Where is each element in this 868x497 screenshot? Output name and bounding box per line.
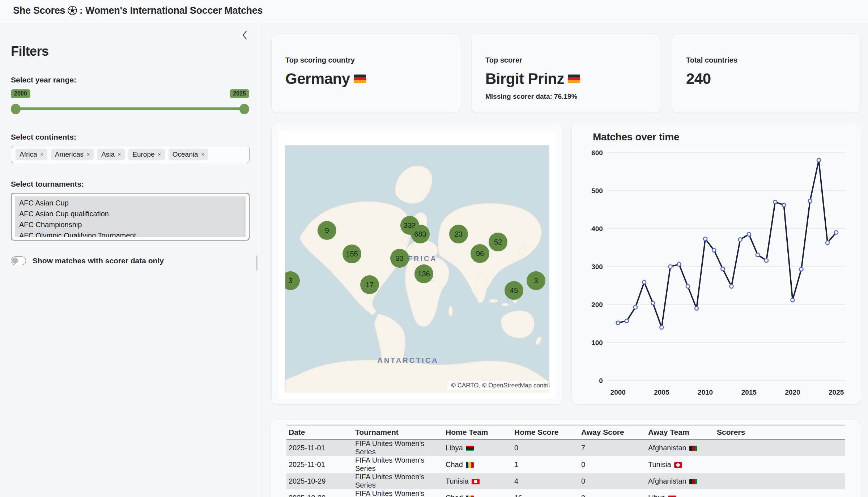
- year-min-badge: 2000: [11, 89, 30, 98]
- map-cluster-marker[interactable]: 3: [527, 271, 545, 290]
- stat-value: 240: [686, 70, 860, 88]
- filters-heading: Filters: [11, 44, 249, 59]
- chart-data-point[interactable]: [808, 199, 812, 203]
- main-content: Top scoring country Germany Top scorer B…: [261, 21, 868, 497]
- map-cluster-marker[interactable]: 96: [471, 244, 489, 263]
- chart-data-point[interactable]: [660, 326, 663, 329]
- chart-data-point[interactable]: [747, 233, 751, 236]
- chart-data-point[interactable]: [834, 230, 838, 234]
- table-cell: Tunisia: [646, 456, 715, 473]
- table-cell: 2025-11-01: [286, 439, 353, 456]
- stat-card-top-scoring-country: Top scoring country Germany: [271, 33, 460, 113]
- chart-data-point[interactable]: [616, 321, 620, 325]
- x-axis-tick-label: 2000: [610, 388, 626, 396]
- table-row: 2025-10-29FIFA Unites Women's SeriesChad…: [286, 489, 845, 497]
- map-cluster-marker[interactable]: 52: [489, 233, 507, 251]
- chart-data-point[interactable]: [782, 203, 786, 207]
- missing-scorer-note: Missing scorer data: 76.19%: [485, 93, 660, 101]
- matches-table: DateTournamentHome TeamHome ScoreAway Sc…: [286, 425, 845, 497]
- continent-pill-label: Africa: [20, 150, 37, 158]
- remove-icon[interactable]: ×: [201, 152, 204, 157]
- chart-data-point[interactable]: [669, 265, 672, 268]
- chart-data-point[interactable]: [756, 253, 760, 256]
- chart-data-point[interactable]: [625, 319, 629, 323]
- slider-track[interactable]: [14, 107, 246, 110]
- matches-line-chart[interactable]: 0100200300400500600200020052010201520202…: [572, 123, 860, 404]
- stat-value-text: Birgit Prinz: [485, 70, 564, 88]
- chart-data-point[interactable]: [817, 158, 821, 162]
- continents-multiselect[interactable]: Africa×Americas×Asia×Europe×Oceania×: [11, 146, 250, 163]
- year-range-label: Select year range:: [11, 76, 249, 84]
- continent-pill-asia[interactable]: Asia×: [97, 149, 125, 160]
- continent-pill-oceania[interactable]: Oceania×: [169, 149, 208, 160]
- chart-data-point[interactable]: [729, 285, 733, 288]
- map-cluster-marker[interactable]: 155: [342, 245, 361, 263]
- tournament-option[interactable]: AFC Asian Cup qualification: [15, 208, 246, 219]
- table-row: 2025-10-29FIFA Unites Women's SeriesTuni…: [286, 473, 845, 489]
- chart-data-point[interactable]: [773, 200, 777, 204]
- table-cell: [715, 456, 845, 473]
- table-cell: 4: [512, 473, 579, 489]
- sidebar-collapse-button[interactable]: [240, 30, 249, 41]
- page-title: She Scores : Women's International Socce…: [13, 5, 263, 16]
- remove-icon[interactable]: ×: [158, 152, 161, 157]
- chart-data-point[interactable]: [634, 305, 637, 309]
- continent-pill-africa[interactable]: Africa×: [16, 149, 47, 160]
- table-cell: Chad: [443, 489, 512, 497]
- tournaments-listbox[interactable]: AFC Asian CupAFC Asian Cup qualification…: [11, 193, 250, 241]
- continent-pill-americas[interactable]: Americas×: [51, 149, 94, 160]
- sidebar-scrollbar[interactable]: [256, 255, 258, 271]
- remove-icon[interactable]: ×: [87, 152, 90, 157]
- map-attribution[interactable]: © CARTO, © OpenStreetMap contrib: [447, 381, 549, 390]
- chart-data-point[interactable]: [739, 238, 742, 241]
- tournament-option[interactable]: AFC Asian Cup: [15, 197, 246, 208]
- y-axis-tick-label: 600: [591, 149, 603, 157]
- chart-data-point[interactable]: [642, 280, 646, 284]
- y-axis-tick-label: 200: [591, 301, 603, 309]
- table-cell: Afghanistan: [646, 439, 715, 456]
- tournament-option[interactable]: AFC Championship: [15, 219, 246, 230]
- chart-data-point[interactable]: [695, 307, 698, 310]
- map-cluster-marker[interactable]: 17: [360, 275, 379, 294]
- scorer-data-toggle[interactable]: [11, 256, 26, 265]
- chart-data-point[interactable]: [686, 285, 690, 288]
- table-row: 2025-11-01FIFA Unites Women's SeriesLiby…: [286, 439, 845, 456]
- chart-data-point[interactable]: [712, 248, 716, 252]
- map-cluster-marker[interactable]: 9: [318, 221, 336, 240]
- x-axis-tick-label: 2005: [654, 388, 669, 396]
- chart-data-point[interactable]: [826, 241, 829, 245]
- map-cluster-marker[interactable]: 33: [390, 249, 409, 268]
- world-map[interactable]: AFRICAANTARCTICA 91553336833313623965217…: [285, 145, 549, 392]
- map-cluster-marker[interactable]: 23: [449, 225, 468, 243]
- stat-value: Birgit Prinz: [485, 70, 660, 88]
- remove-icon[interactable]: ×: [41, 152, 43, 157]
- chevron-left-icon: [242, 30, 247, 40]
- chart-data-point[interactable]: [703, 237, 707, 241]
- continent-pill-europe[interactable]: Europe×: [128, 149, 165, 160]
- slider-handle-max[interactable]: [239, 104, 249, 114]
- table-cell: 7: [579, 439, 646, 456]
- map-cluster-marker[interactable]: 45: [505, 281, 523, 300]
- chart-data-point[interactable]: [721, 267, 724, 271]
- map-cluster-marker[interactable]: 683: [411, 225, 430, 243]
- x-axis-tick-label: 2020: [785, 388, 800, 396]
- map-card: AFRICAANTARCTICA 91553336833313623965217…: [271, 123, 562, 405]
- table-cell: 0: [579, 456, 646, 473]
- column-header: Away Team: [646, 425, 715, 439]
- table-cell: FIFA Unites Women's Series: [353, 489, 443, 497]
- chart-data-point[interactable]: [791, 298, 794, 302]
- stat-card-top-scorer: Top scorer Birgit Prinz Missing scorer d…: [471, 33, 660, 113]
- chart-data-point[interactable]: [800, 267, 803, 271]
- table-cell: [715, 439, 845, 456]
- chart-data-point[interactable]: [765, 259, 768, 262]
- x-axis-tick-label: 2010: [698, 388, 713, 396]
- tournament-option[interactable]: AFC Olympic Qualifying Tournament: [15, 230, 246, 237]
- slider-handle-min[interactable]: [11, 104, 21, 114]
- remove-icon[interactable]: ×: [118, 152, 121, 157]
- chart-data-point[interactable]: [651, 301, 655, 305]
- table-cell: Chad: [443, 456, 512, 473]
- table-cell: FIFA Unites Women's Series: [353, 456, 443, 473]
- chart-line: [618, 160, 836, 327]
- map-cluster-marker[interactable]: 136: [414, 264, 433, 283]
- chart-data-point[interactable]: [677, 263, 681, 266]
